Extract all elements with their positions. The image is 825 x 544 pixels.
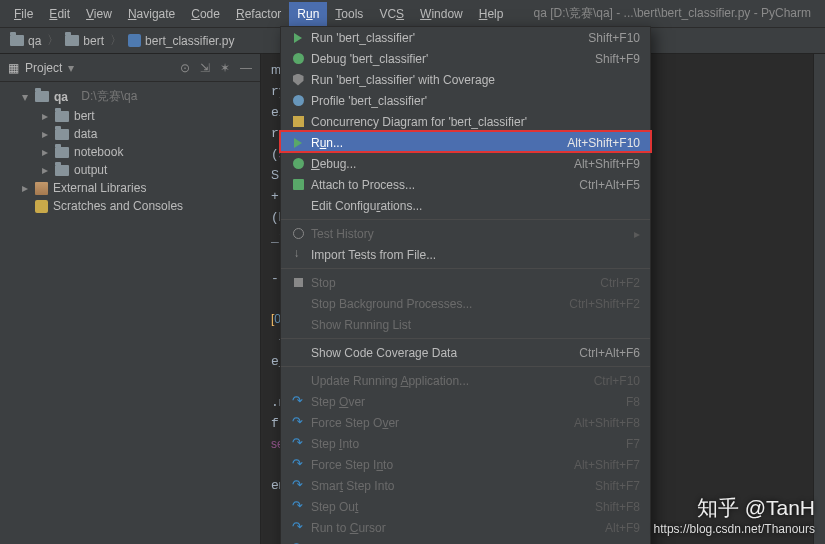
tree-external-libs[interactable]: ▸External Libraries [0, 179, 260, 197]
menu-tools[interactable]: Tools [327, 2, 371, 26]
menu-item: Force Step IntoAlt+Shift+F7 [281, 454, 650, 475]
menu-item: Update Running Application...Ctrl+F10 [281, 370, 650, 391]
menubar: File Edit View Navigate Code Refactor Ru… [0, 0, 825, 28]
menu-item[interactable]: Run 'bert_classifier'Shift+F10 [281, 27, 650, 48]
menu-item[interactable]: Run...Alt+Shift+F10 [281, 132, 650, 153]
menu-item: Test History ▸ [281, 223, 650, 244]
menu-item[interactable]: Debug...Alt+Shift+F9 [281, 153, 650, 174]
tree-item[interactable]: ▸bert [0, 107, 260, 125]
folder-icon [55, 147, 69, 158]
menu-help[interactable]: Help [471, 2, 512, 26]
menu-item[interactable]: Show Code Coverage DataCtrl+Alt+F6 [281, 342, 650, 363]
library-icon [35, 182, 48, 195]
crumb-root[interactable]: qa [6, 32, 45, 50]
menu-file[interactable]: File [6, 2, 41, 26]
sq-icon [294, 278, 303, 287]
scratch-icon [35, 200, 48, 213]
python-file-icon [128, 34, 141, 47]
step-icon [292, 439, 304, 449]
menu-edit[interactable]: Edit [41, 2, 78, 26]
menu-window[interactable]: Window [412, 2, 471, 26]
menu-item: Smart Step IntoShift+F7 [281, 475, 650, 496]
folder-icon [65, 35, 79, 46]
project-tree: ▾qa D:\竞赛\qa ▸bert▸data▸notebook▸output … [0, 82, 260, 219]
step-icon [292, 481, 304, 491]
window-title: qa [D:\竞赛\qa] - ...\bert\bert_classifier… [534, 5, 819, 22]
menu-item: Step OutShift+F8 [281, 496, 650, 517]
menu-run[interactable]: Run [289, 2, 327, 26]
folder-icon [10, 35, 24, 46]
tree-item[interactable]: ▸output [0, 161, 260, 179]
menu-item[interactable]: Attach to Process...Ctrl+Alt+F5 [281, 174, 650, 195]
menu-item: Force Run to Cursor [281, 538, 650, 544]
shield-icon [293, 74, 304, 86]
tri-green-icon [294, 138, 302, 148]
folder-icon [55, 129, 69, 140]
chevron-icon: 〉 [110, 32, 122, 49]
menu-item: Step IntoF7 [281, 433, 650, 454]
menu-item: Show Running List [281, 314, 650, 335]
menu-item: Force Step OverAlt+Shift+F8 [281, 412, 650, 433]
tree-item[interactable]: ▸data [0, 125, 260, 143]
menu-item[interactable]: Debug 'bert_classifier'Shift+F9 [281, 48, 650, 69]
step-icon [292, 502, 304, 512]
menu-item[interactable]: Run 'bert_classifier' with Coverage [281, 69, 650, 90]
menu-code[interactable]: Code [183, 2, 228, 26]
menu-navigate[interactable]: Navigate [120, 2, 183, 26]
run-menu-dropdown: Run 'bert_classifier'Shift+F10Debug 'ber… [280, 26, 651, 544]
conc-icon [293, 116, 304, 127]
chevron-icon: 〉 [47, 32, 59, 49]
collapse-icon[interactable]: ⇲ [200, 61, 210, 75]
tree-root[interactable]: ▾qa D:\竞赛\qa [0, 86, 260, 107]
project-sidebar: ▦ Project ▾ ⊙ ⇲ ✶ — ▾qa D:\竞赛\qa ▸bert▸d… [0, 54, 261, 544]
menu-item[interactable]: Concurrency Diagram for 'bert_classifier… [281, 111, 650, 132]
menu-item: Run to CursorAlt+F9 [281, 517, 650, 538]
chevron-down-icon[interactable]: ▾ [68, 61, 74, 75]
project-tab-icon: ▦ [8, 61, 19, 75]
tree-item[interactable]: ▸notebook [0, 143, 260, 161]
prof-icon [293, 95, 304, 106]
step-icon [292, 460, 304, 470]
folder-icon [55, 165, 69, 176]
menu-item: StopCtrl+F2 [281, 272, 650, 293]
crumb-file[interactable]: bert_classifier.py [124, 32, 238, 50]
tri-green-icon [294, 33, 302, 43]
sidebar-header[interactable]: ▦ Project ▾ ⊙ ⇲ ✶ — [0, 54, 260, 82]
bug-green-icon [293, 158, 304, 169]
menu-refactor[interactable]: Refactor [228, 2, 289, 26]
right-gutter [813, 54, 825, 544]
step-icon [292, 397, 304, 407]
gear-icon[interactable]: ✶ [220, 61, 230, 75]
step-icon [292, 523, 304, 533]
hide-icon[interactable]: — [240, 61, 252, 75]
step-icon [292, 418, 304, 428]
menu-item[interactable]: Import Tests from File... [281, 244, 650, 265]
crumb-folder[interactable]: bert [61, 32, 108, 50]
proc-icon [293, 179, 304, 190]
menu-item: Step OverF8 [281, 391, 650, 412]
menu-item[interactable]: Edit Configurations... [281, 195, 650, 216]
folder-icon [55, 111, 69, 122]
target-icon[interactable]: ⊙ [180, 61, 190, 75]
dl-icon [293, 249, 304, 260]
clock-icon [293, 228, 304, 239]
tree-scratches[interactable]: Scratches and Consoles [0, 197, 260, 215]
menu-item[interactable]: Profile 'bert_classifier' [281, 90, 650, 111]
folder-icon [35, 91, 49, 102]
menu-view[interactable]: View [78, 2, 120, 26]
menu-item: Stop Background Processes...Ctrl+Shift+F… [281, 293, 650, 314]
bug-green-icon [293, 53, 304, 64]
menu-vcs[interactable]: VCS [371, 2, 412, 26]
